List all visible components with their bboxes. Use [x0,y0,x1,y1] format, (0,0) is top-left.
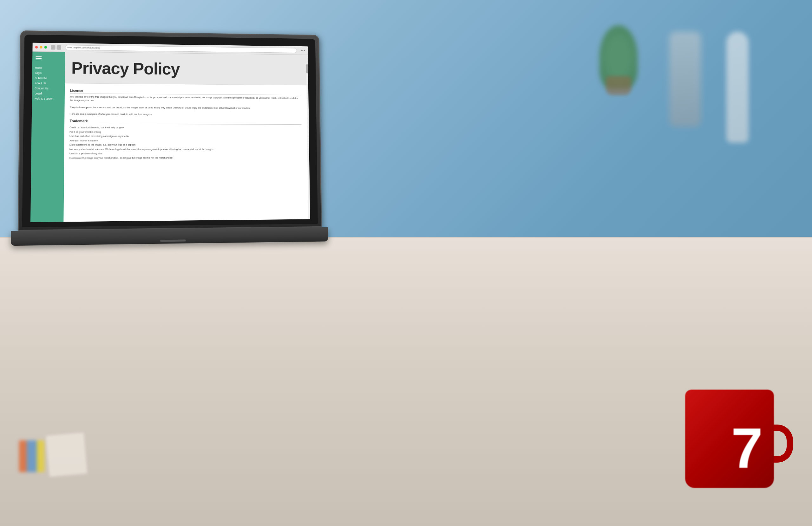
sidebar-item-contact[interactable]: Contact Us [34,86,65,91]
license-paragraph-3: Here are some examples of what you can a… [70,112,301,117]
trademark-section-title: Trademark [70,119,302,125]
back-button[interactable]: ‹ [51,45,55,49]
list-item: Credit us. You don't have to, but it wil… [70,125,301,130]
list-item: Make alterations to the image, e.g. add … [70,143,302,147]
page-title: Privacy Policy [71,58,302,79]
hamburger-menu[interactable] [35,56,42,60]
browser-menu[interactable]: ••• [301,48,305,53]
trademark-list: Credit us. You don't have to, but it wil… [70,125,302,160]
hamburger-line-3 [35,60,42,60]
sidebar-item-login[interactable]: Login [35,70,65,76]
list-item: Incorporate the image into your merchand… [70,155,302,160]
content-body: License You can use any of the free imag… [64,83,309,166]
hamburger-line-2 [35,58,42,59]
laptop: ‹ › www.rawpixel.com/privacy-policy ••• [11,30,347,258]
sidebar-item-home[interactable]: Home [35,65,65,71]
sidebar-item-legal[interactable]: Legal [34,91,65,97]
sidebar: Home Login Subscribe About Us Contact Us… [30,52,65,222]
laptop-lid: ‹ › www.rawpixel.com/privacy-policy ••• [18,30,322,231]
main-content: Privacy Policy License You can use any o… [63,52,310,222]
list-item: Add your logo or a caption [70,138,302,143]
license-paragraph-1: You can use any of the free images that … [70,95,301,103]
laptop-screen: ‹ › www.rawpixel.com/privacy-policy ••• [30,43,310,222]
license-paragraph-2: Rawpixel must protect our models and our… [70,105,301,110]
browser-navigation: ‹ › [51,45,61,49]
screen-bezel: ‹ › www.rawpixel.com/privacy-policy ••• [22,34,318,227]
page-header: Privacy Policy [65,52,308,85]
paper-decoration [46,433,88,477]
robot-decoration [669,32,701,127]
sidebar-item-help[interactable]: Help & Support [34,96,65,101]
books-decoration [19,440,44,472]
list-item: Not worry about model releases. We have … [70,147,302,151]
maximize-dot[interactable] [44,46,47,48]
sidebar-navigation: Home Login Subscribe About Us Contact Us… [34,65,65,101]
address-bar[interactable]: www.rawpixel.com/privacy-policy [65,45,297,53]
minimize-dot[interactable] [40,46,42,48]
sidebar-item-about[interactable]: About Us [34,81,65,86]
bottle-decoration [726,32,749,143]
list-item: Put it on your website or blog [70,130,302,134]
license-section-title: License [70,88,301,95]
mug-number: 7 [731,420,763,477]
close-dot[interactable] [35,46,38,48]
hamburger-line-1 [36,56,42,57]
scrollbar-thumb[interactable] [306,64,308,73]
sidebar-item-subscribe[interactable]: Subscribe [35,75,65,81]
forward-button[interactable]: › [57,45,61,49]
list-item: Use it in a print run of any size [70,151,302,156]
website-content: Home Login Subscribe About Us Contact Us… [30,52,310,222]
list-item: Use it as part of an advertising campaig… [70,134,302,138]
plant-pot [606,76,631,95]
